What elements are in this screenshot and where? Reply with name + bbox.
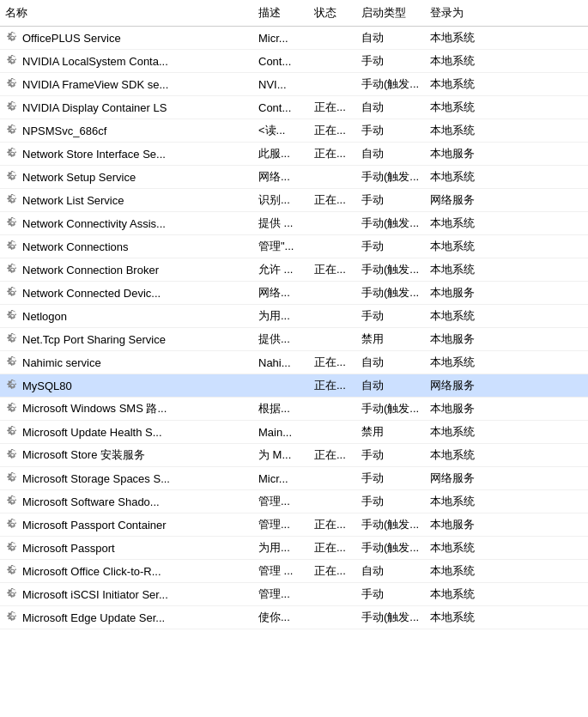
- service-name: Network Connected Devic...: [0, 283, 253, 302]
- gear-icon: [5, 471, 19, 485]
- gear-icon: [5, 263, 19, 276]
- gear-icon: [5, 31, 19, 45]
- service-startup: 手动: [356, 468, 425, 489]
- service-login: 本地系统: [425, 306, 494, 326]
- gear-icon: [5, 147, 19, 161]
- service-name: Microsoft Update Health S...: [0, 422, 253, 441]
- service-name: OfficePLUS Service: [0, 28, 253, 47]
- table-row[interactable]: Network Store Interface Se... 此服... 正在..…: [0, 143, 588, 166]
- service-name: Microsoft Passport Container: [0, 515, 253, 534]
- table-row[interactable]: Network Connectivity Assis... 提供 ... 手动(…: [0, 212, 588, 235]
- table-row[interactable]: Network Setup Service 网络... 手动(触发... 本地系…: [0, 166, 588, 189]
- table-row[interactable]: Microsoft Software Shado... 管理... 手动 本地系…: [0, 490, 588, 513]
- table-row[interactable]: Microsoft Edge Update Ser... 使你... 手动(触发…: [0, 606, 588, 629]
- service-name: Microsoft Store 安装服务: [0, 445, 253, 465]
- table-row[interactable]: Microsoft Passport Container 管理... 正在...…: [0, 513, 588, 537]
- services-table: 名称 描述 状态 启动类型 登录为 OfficePLUS Service Mic…: [0, 0, 588, 629]
- gear-icon: [5, 193, 19, 207]
- table-row[interactable]: Net.Tcp Port Sharing Service 提供... 禁用 本地…: [0, 328, 588, 351]
- service-status: [309, 35, 356, 40]
- service-startup: 手动: [356, 120, 425, 141]
- service-startup: 禁用: [356, 329, 425, 349]
- service-status: [309, 313, 356, 319]
- table-row[interactable]: Network Connections 管理"... 手动 本地系统: [0, 235, 588, 258]
- gear-icon: [5, 54, 19, 68]
- table-row[interactable]: Nahimic service Nahi... 正在... 自动 本地系统: [0, 351, 588, 374]
- gear-icon: [5, 611, 19, 624]
- service-startup: 手动: [356, 236, 425, 257]
- service-name: Netlogon: [0, 307, 253, 325]
- service-status: [309, 244, 356, 249]
- service-desc: 管理 ...: [253, 561, 309, 581]
- service-status: 正在...: [309, 259, 356, 280]
- service-status: 正在...: [309, 561, 356, 581]
- table-row[interactable]: MySQL80 正在... 自动 网络服务: [0, 374, 588, 398]
- service-desc: <读...: [253, 120, 309, 141]
- table-header: 名称 描述 状态 启动类型 登录为: [0, 0, 588, 27]
- service-startup: 手动(触发...: [356, 74, 425, 94]
- service-name: Network Connections: [0, 237, 253, 256]
- gear-icon: [5, 124, 19, 137]
- service-desc: 允许 ...: [253, 259, 309, 280]
- gear-icon: [5, 495, 19, 508]
- table-row[interactable]: Microsoft Storage Spaces S... Micr... 手动…: [0, 467, 588, 490]
- service-name: Microsoft Software Shado...: [0, 492, 253, 511]
- service-status: [309, 499, 356, 504]
- table-row[interactable]: NVIDIA Display Container LS Cont... 正在..…: [0, 96, 588, 119]
- gear-icon: [5, 286, 19, 300]
- service-startup: 手动(触发...: [356, 538, 425, 558]
- service-desc: Micr...: [253, 470, 309, 488]
- service-desc: 为用...: [253, 306, 309, 326]
- gear-icon: [5, 216, 19, 230]
- service-startup: 手动: [356, 306, 425, 326]
- service-login: 本地系统: [425, 352, 494, 373]
- service-login: 本地系统: [425, 167, 494, 187]
- gear-icon: [5, 402, 19, 416]
- gear-icon: [5, 355, 19, 369]
- service-desc: 管理...: [253, 514, 309, 535]
- service-desc: Micr...: [253, 29, 309, 47]
- service-name: Network List Service: [0, 191, 253, 210]
- service-name: Microsoft Passport: [0, 538, 253, 557]
- gear-icon: [5, 379, 19, 392]
- table-row[interactable]: Network Connected Devic... 网络... 手动(触发..…: [0, 282, 588, 305]
- table-row[interactable]: Microsoft iSCSI Initiator Ser... 管理... 手…: [0, 583, 588, 606]
- service-desc: Nahi...: [253, 354, 309, 372]
- service-startup: 手动(触发...: [356, 398, 425, 419]
- table-row[interactable]: Netlogon 为用... 手动 本地系统: [0, 305, 588, 328]
- service-login: 网络服务: [425, 468, 494, 489]
- gear-icon: [5, 518, 19, 532]
- service-desc: 管理...: [253, 584, 309, 605]
- service-status: 正在...: [309, 143, 356, 164]
- service-desc: [253, 383, 309, 388]
- table-row[interactable]: NVIDIA LocalSystem Conta... Cont... 手动 本…: [0, 50, 588, 73]
- service-status: [309, 174, 356, 179]
- table-row[interactable]: Microsoft Passport 为用... 正在... 手动(触发... …: [0, 537, 588, 560]
- table-row[interactable]: OfficePLUS Service Micr... 自动 本地系统: [0, 27, 588, 50]
- header-startup: 启动类型: [356, 2, 425, 24]
- service-login: 网络服务: [425, 375, 494, 396]
- service-status: 正在...: [309, 120, 356, 141]
- service-startup: 手动(触发...: [356, 213, 425, 234]
- table-row[interactable]: NPSMSvc_686cf <读... 正在... 手动 本地系统: [0, 119, 588, 143]
- service-login: 本地系统: [425, 236, 494, 257]
- table-row[interactable]: NVIDIA FrameView SDK se... NVI... 手动(触发.…: [0, 73, 588, 96]
- header-name: 名称: [0, 2, 253, 24]
- service-name: Net.Tcp Port Sharing Service: [0, 330, 253, 349]
- service-login: 本地系统: [425, 74, 494, 94]
- table-row[interactable]: Network List Service 识别... 正在... 手动 网络服务: [0, 189, 588, 212]
- service-login: 本地系统: [425, 97, 494, 118]
- table-row[interactable]: Microsoft Windows SMS 路... 根据... 手动(触发..…: [0, 398, 588, 421]
- table-row[interactable]: Microsoft Office Click-to-R... 管理 ... 正在…: [0, 560, 588, 583]
- table-row[interactable]: Network Connection Broker 允许 ... 正在... 手…: [0, 258, 588, 282]
- service-startup: 手动(触发...: [356, 167, 425, 187]
- service-desc: 识别...: [253, 190, 309, 210]
- table-row[interactable]: Microsoft Update Health S... Main... 禁用 …: [0, 421, 588, 444]
- service-login: 本地系统: [425, 538, 494, 558]
- table-row[interactable]: Microsoft Store 安装服务 为 M... 正在... 手动 本地系…: [0, 444, 588, 467]
- service-status: [309, 58, 356, 64]
- service-login: 网络服务: [425, 190, 494, 210]
- service-login: 本地服务: [425, 514, 494, 535]
- service-desc: 提供...: [253, 329, 309, 349]
- service-status: [309, 337, 356, 342]
